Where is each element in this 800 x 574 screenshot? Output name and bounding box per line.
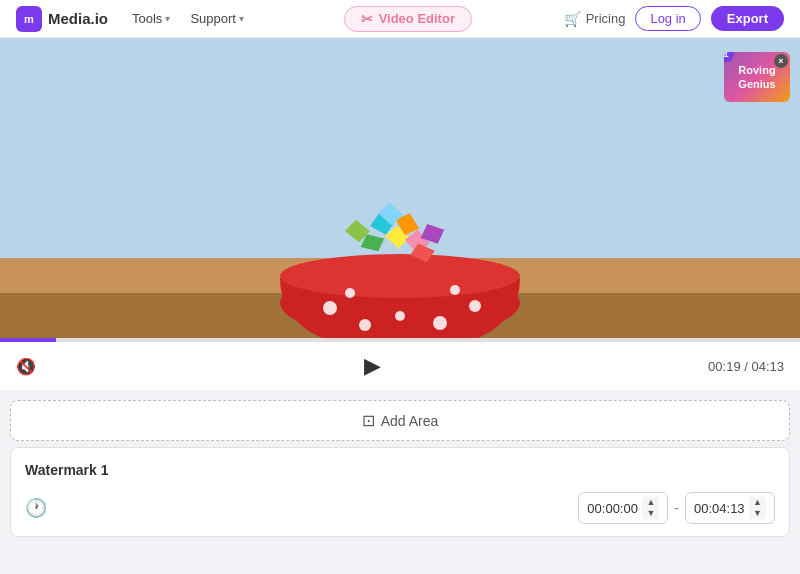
header-center: ✂ Video Editor [268, 6, 548, 32]
logo-icon: m [16, 6, 42, 32]
end-time-down[interactable]: ▼ [749, 508, 766, 519]
chevron-down-icon: ▾ [165, 13, 170, 24]
video-scene [0, 38, 800, 338]
export-button[interactable]: Export [711, 6, 784, 31]
svg-point-6 [323, 301, 337, 315]
end-time-spinners: ▲ ▼ [749, 497, 766, 519]
clock-icon: 🕐 [25, 497, 47, 519]
play-area: ▶ [44, 350, 700, 382]
time-dash: - [674, 500, 679, 516]
svg-point-7 [359, 319, 371, 331]
watermark-badge: 1 [724, 52, 734, 62]
start-time-spinners: ▲ ▼ [642, 497, 659, 519]
play-button[interactable]: ▶ [356, 350, 388, 382]
svg-point-9 [433, 316, 447, 330]
logo-text: Media.io [48, 10, 108, 27]
svg-point-11 [345, 288, 355, 298]
svg-point-8 [395, 311, 405, 321]
end-time-up[interactable]: ▲ [749, 497, 766, 508]
svg-point-12 [450, 285, 460, 295]
watermark-close-icon[interactable]: × [774, 54, 788, 68]
header: m Media.io Tools ▾ Support ▾ ✂ Video Edi… [0, 0, 800, 38]
watermark-overlay[interactable]: 1 × RovingGenius [724, 52, 790, 102]
nav-tools[interactable]: Tools ▾ [124, 7, 178, 30]
video-container: 1 × RovingGenius [0, 38, 800, 338]
add-area-button[interactable]: ⊡ Add Area [10, 400, 790, 441]
start-time-up[interactable]: ▲ [642, 497, 659, 508]
logo[interactable]: m Media.io [16, 6, 108, 32]
time-display: 00:19 / 04:13 [708, 359, 784, 374]
cart-icon: 🛒 [564, 11, 581, 27]
watermark-section: Watermark 1 🕐 00:00:00 ▲ ▼ - 00:04:13 ▲ [0, 447, 800, 547]
progress-bar-fill [0, 338, 56, 342]
start-time-down[interactable]: ▼ [642, 508, 659, 519]
watermark-card-controls: 🕐 00:00:00 ▲ ▼ - 00:04:13 ▲ ▼ [25, 492, 775, 524]
add-area-section: ⊡ Add Area [0, 390, 800, 447]
end-time-input[interactable]: 00:04:13 ▲ ▼ [685, 492, 775, 524]
svg-point-10 [469, 300, 481, 312]
pricing-link[interactable]: 🛒 Pricing [564, 11, 626, 27]
time-input-group: 00:00:00 ▲ ▼ - 00:04:13 ▲ ▼ [578, 492, 775, 524]
video-editor-button[interactable]: ✂ Video Editor [344, 6, 472, 32]
mute-button[interactable]: 🔇 [16, 357, 36, 376]
progress-area [0, 338, 800, 342]
nav-support[interactable]: Support ▾ [182, 7, 252, 30]
login-button[interactable]: Log in [635, 6, 700, 31]
start-time-input[interactable]: 00:00:00 ▲ ▼ [578, 492, 668, 524]
watermark-text: RovingGenius [738, 63, 775, 92]
header-right: 🛒 Pricing Log in Export [564, 6, 784, 31]
watermark-card: Watermark 1 🕐 00:00:00 ▲ ▼ - 00:04:13 ▲ [10, 447, 790, 537]
progress-bar-track[interactable] [0, 338, 800, 342]
scissors-icon: ✂ [361, 11, 373, 27]
controls-bar: 🔇 ▶ 00:19 / 04:13 [0, 342, 800, 390]
nav-links: Tools ▾ Support ▾ [124, 7, 252, 30]
add-area-icon: ⊡ [362, 411, 375, 430]
watermark-card-title: Watermark 1 [25, 462, 775, 478]
chevron-down-icon: ▾ [239, 13, 244, 24]
svg-point-5 [280, 254, 520, 298]
